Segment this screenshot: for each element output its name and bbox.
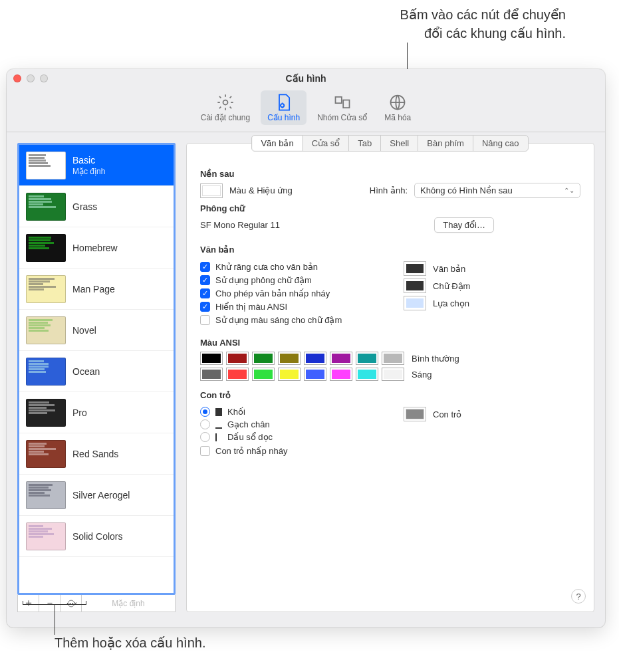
panel-tab-3[interactable]: Shell <box>380 135 418 152</box>
cursor-bar-radio[interactable]: Dấu sổ dọc <box>200 432 377 442</box>
panel-tab-0[interactable]: Văn bản <box>251 135 303 152</box>
section-background: Nền sau <box>200 169 580 179</box>
panel-tabs: Văn bảnCửa sổTabShellBàn phímNâng cao <box>187 135 594 152</box>
set-default-button[interactable]: Mặc định <box>82 595 175 612</box>
cursor-color-well[interactable] <box>404 407 426 421</box>
ansi-swatch[interactable] <box>252 368 275 381</box>
profile-name: Silver Aerogel <box>72 490 130 501</box>
toolbar-window-groups[interactable]: Nhóm Cửa sổ <box>310 90 374 125</box>
color-effects-label: Màu & Hiệu ứng <box>229 185 293 195</box>
check-antialias[interactable]: ✓Khử răng cưa cho văn bản <box>200 262 377 272</box>
profile-item-novel[interactable]: Novel <box>19 310 174 351</box>
background-color-well[interactable] <box>200 183 223 198</box>
profile-thumbnail <box>26 399 66 427</box>
section-cursor: Con trỏ <box>200 390 580 400</box>
titlebar: Cấu hình <box>7 69 605 88</box>
gear-icon <box>216 93 235 112</box>
preferences-window: Cấu hình Cài đặt chung Cấu hình Nhóm Cửa… <box>7 69 605 627</box>
ansi-swatch[interactable] <box>278 352 301 365</box>
toolbar-general[interactable]: Cài đặt chung <box>194 90 257 125</box>
font-value: SF Mono Regular 11 <box>200 220 280 230</box>
help-button[interactable]: ? <box>571 589 586 604</box>
text-color-well[interactable] <box>404 261 426 276</box>
settings-panel: Văn bảnCửa sổTabShellBàn phímNâng cao Nề… <box>186 143 594 612</box>
panel-tab-5[interactable]: Nâng cao <box>473 135 529 152</box>
profile-item-solid-colors[interactable]: Solid Colors <box>19 516 174 557</box>
profile-item-homebrew[interactable]: Homebrew <box>19 227 174 269</box>
ansi-swatch[interactable] <box>356 368 378 381</box>
toolbar-encodings[interactable]: Mã hóa <box>378 90 418 125</box>
profile-item-grass[interactable]: Grass <box>19 186 174 227</box>
cursor-blink-check[interactable]: Con trỏ nhấp nháy <box>200 446 377 456</box>
globe-icon <box>388 93 407 112</box>
profile-thumbnail <box>26 358 66 386</box>
profile-name: Ocean <box>72 366 100 377</box>
window-title: Cấu hình <box>7 73 605 84</box>
profile-thumbnail <box>26 234 66 262</box>
ansi-swatch[interactable] <box>330 368 352 381</box>
callout-leader-bottom <box>55 605 55 635</box>
bold-color-well[interactable] <box>404 279 426 293</box>
ansi-swatch[interactable] <box>304 352 326 365</box>
ansi-swatch[interactable] <box>356 352 378 365</box>
section-ansi: Màu ANSI <box>200 338 580 348</box>
profile-name: Basic <box>72 155 105 166</box>
background-image-select[interactable]: Không có Hình Nền sau ⌃⌄ <box>414 183 580 198</box>
ansi-swatch[interactable] <box>200 368 223 381</box>
profile-item-man-page[interactable]: Man Page <box>19 269 174 310</box>
profile-subtitle: Mặc định <box>72 167 105 176</box>
panel-tab-4[interactable]: Bàn phím <box>418 135 473 152</box>
profile-thumbnail <box>26 481 66 509</box>
profile-thumbnail <box>26 275 66 303</box>
ansi-row-label: Sáng <box>412 370 432 380</box>
profile-name: Red Sands <box>72 449 118 459</box>
ansi-swatch[interactable] <box>382 352 404 365</box>
profile-name: Pro <box>72 407 87 418</box>
profile-name: Solid Colors <box>72 531 122 542</box>
ansi-swatch[interactable] <box>226 368 249 381</box>
profile-thumbnail <box>26 193 66 221</box>
profile-thumbnail <box>26 152 66 179</box>
ansi-swatch[interactable] <box>278 368 301 381</box>
profile-name: Novel <box>72 325 96 336</box>
ansi-swatch[interactable] <box>200 352 223 365</box>
panel-tab-2[interactable]: Tab <box>348 135 381 152</box>
ansi-normal-row: Bình thường <box>200 352 580 365</box>
profile-thumbnail <box>26 440 66 468</box>
profile-thumbnail <box>26 316 66 344</box>
toolbar: Cài đặt chung Cấu hình Nhóm Cửa sổ Mã hó… <box>7 88 605 132</box>
svg-rect-3 <box>343 100 349 108</box>
profile-name: Grass <box>72 201 97 212</box>
profile-item-red-sands[interactable]: Red Sands <box>19 433 174 475</box>
selection-color-well[interactable] <box>404 296 426 310</box>
check-ansi[interactable]: ✓Hiển thị màu ANSI <box>200 302 377 312</box>
profile-name: Homebrew <box>72 243 118 253</box>
ansi-swatch[interactable] <box>382 368 404 381</box>
profile-item-basic[interactable]: BasicMặc định <box>19 145 174 186</box>
section-text: Văn bản <box>200 245 580 255</box>
ansi-swatch[interactable] <box>330 352 352 365</box>
sidebar: BasicMặc địnhGrassHomebrewMan PageNovelO… <box>17 143 176 612</box>
check-bold-fonts[interactable]: ✓Sử dụng phông chữ đậm <box>200 275 377 285</box>
chevron-updown-icon: ⌃⌄ <box>564 187 574 194</box>
check-blink[interactable]: ✓Cho phép văn bản nhấp nháy <box>200 288 377 298</box>
profile-item-ocean[interactable]: Ocean <box>19 351 174 392</box>
profile-item-pro[interactable]: Pro <box>19 392 174 433</box>
check-bright-bold[interactable]: Sử dụng màu sáng cho chữ đậm <box>200 315 377 325</box>
cursor-block-radio[interactable]: Khối <box>200 407 377 417</box>
profile-list[interactable]: BasicMặc địnhGrassHomebrewMan PageNovelO… <box>17 143 176 595</box>
panel-tab-1[interactable]: Cửa sổ <box>303 135 350 152</box>
section-font: Phông chữ <box>200 203 580 213</box>
callout-top: Bấm vào các nút để chuyển đổi các khung … <box>400 5 566 43</box>
ansi-swatch[interactable] <box>252 352 275 365</box>
ansi-row-label: Bình thường <box>412 354 459 364</box>
change-font-button[interactable]: Thay đổi… <box>434 217 494 233</box>
toolbar-profiles[interactable]: Cấu hình <box>261 90 307 125</box>
ansi-swatch[interactable] <box>226 352 249 365</box>
windows-icon <box>333 93 352 112</box>
callout-bottom: Thêm hoặc xóa cấu hình. <box>55 635 205 651</box>
ansi-swatch[interactable] <box>304 368 326 381</box>
cursor-underline-radio[interactable]: Gạch chân <box>200 419 377 429</box>
profile-item-silver-aerogel[interactable]: Silver Aerogel <box>19 475 174 516</box>
image-label: Hình ảnh: <box>370 185 408 195</box>
